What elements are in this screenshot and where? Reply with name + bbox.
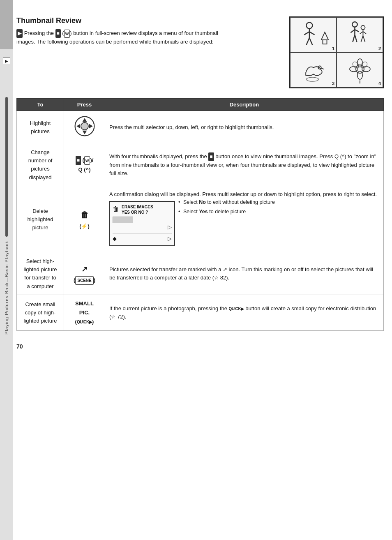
svg-marker-33 xyxy=(82,118,87,122)
svg-line-3 xyxy=(309,32,314,35)
thumb-cell-3: 3 xyxy=(290,53,337,88)
svg-point-25 xyxy=(357,71,362,79)
row2-press-icons: ■ (w)/ Q (^) xyxy=(68,156,101,174)
page-title: Thumbnail Review xyxy=(16,16,230,25)
dialog-trash-icon: 🗑 xyxy=(113,204,119,215)
table-row: Deletehighlightedpicture 🗑 (⚡) A confirm… xyxy=(17,186,384,253)
lightning-icon: (⚡) xyxy=(68,222,101,231)
row5-to: Create smallcopy of high-lighted picture xyxy=(17,295,64,330)
row3-desc: A confirmation dialog will be displayed.… xyxy=(105,186,384,253)
svg-point-32 xyxy=(81,122,88,130)
operations-table: To Press Description Highlight pictures xyxy=(16,98,384,331)
sidebar-book-icon: ▶ xyxy=(3,58,10,64)
svg-line-17 xyxy=(363,32,366,34)
dialog-nav-left: ◆ xyxy=(113,235,117,243)
header-description: ▶ Pressing the ■ (w) button in full-scre… xyxy=(16,29,230,46)
trash-icon: 🗑 xyxy=(68,208,101,222)
w-icon2: w xyxy=(84,156,90,165)
sidebar-label: Playing Pictures Back—Basic Playback xyxy=(4,241,9,335)
row2-to: Changenumber ofpicturesdisplayed xyxy=(17,144,64,186)
quick-icon: (QUICK▶) xyxy=(68,317,101,326)
header-text: Thumbnail Review ▶ Pressing the ■ (w) bu… xyxy=(16,16,230,46)
option-no: Select No to exit without deleting pictu… xyxy=(178,198,379,206)
svg-point-27 xyxy=(362,66,370,72)
row5-press: SMALLPIC. (QUICK▶) xyxy=(64,295,105,330)
row2-icon2: Q (^) xyxy=(68,165,101,174)
svg-marker-34 xyxy=(82,131,87,134)
sidebar: ▶ Playing Pictures Back—Basic Playback xyxy=(0,0,13,540)
row2-icon1: ■ (w)/ xyxy=(68,156,101,165)
svg-marker-6 xyxy=(321,32,328,40)
thumb-cell-4: 4 xyxy=(337,53,383,88)
play-back-icon: ▶ xyxy=(16,30,24,36)
svg-line-21 xyxy=(321,68,324,69)
ref-icon-82: ☆ xyxy=(214,275,219,281)
thumb-num-2: 2 xyxy=(378,46,381,51)
table-row: Changenumber ofpicturesdisplayed ■ (w)/ … xyxy=(17,144,384,186)
thumb-num-1: 1 xyxy=(332,46,334,51)
row1-desc: Press the multi selector up, down, left,… xyxy=(105,111,384,144)
svg-point-8 xyxy=(352,22,357,27)
svg-point-28 xyxy=(351,60,360,69)
thumb-cell-1: 1 xyxy=(290,17,337,53)
svg-line-2 xyxy=(304,32,309,35)
dialog-bottom-bar: ◆ ▷ xyxy=(113,233,172,243)
sq-icon: ■ xyxy=(208,152,214,161)
svg-line-13 xyxy=(355,35,357,42)
sidebar-top-bar xyxy=(0,0,13,49)
dialog-selector-row: ▷ xyxy=(113,217,172,231)
option-yes: Select Yes to delete picture xyxy=(178,208,379,216)
row1-press xyxy=(64,111,105,144)
menu-icon: ■ xyxy=(55,29,61,38)
multi-selector-icon xyxy=(74,115,96,137)
page-number: 70 xyxy=(16,343,384,350)
svg-line-19 xyxy=(363,36,365,42)
svg-point-24 xyxy=(357,59,362,67)
sidebar-accent xyxy=(5,97,8,237)
dialog-right-arrow: ▷ xyxy=(113,223,172,231)
svg-point-14 xyxy=(361,25,365,30)
row3-press: 🗑 (⚡) xyxy=(64,186,105,253)
svg-point-23 xyxy=(355,65,364,73)
row3-press-icons: 🗑 (⚡) xyxy=(68,208,101,231)
scene-icon: (SCENE) xyxy=(68,276,101,285)
thumb-num-4: 4 xyxy=(378,81,381,86)
svg-line-12 xyxy=(353,35,355,42)
svg-line-11 xyxy=(355,30,359,32)
row4-desc: Pictures selected for transfer are marke… xyxy=(105,253,384,295)
header-section: Thumbnail Review ▶ Pressing the ■ (w) bu… xyxy=(16,16,384,88)
dialog-nav-right: ▷ xyxy=(168,235,172,243)
col-header-to: To xyxy=(17,99,64,111)
svg-point-22 xyxy=(306,77,318,81)
svg-rect-7 xyxy=(323,40,327,44)
svg-line-10 xyxy=(350,30,355,33)
col-header-desc: Description xyxy=(105,99,384,111)
table-row: Create smallcopy of high-lighted picture… xyxy=(17,295,384,330)
play-icon: ▶ xyxy=(16,29,23,38)
square-icon: ■ xyxy=(76,156,81,165)
erase-dialog-header: 🗑 ERASE IMAGESYES OR NO ? xyxy=(113,204,172,215)
transfer-arrow-icon: ↗ xyxy=(68,263,101,276)
row1-to: Highlight pictures xyxy=(17,111,64,144)
row5-press-icons: SMALLPIC. (QUICK▶) xyxy=(68,299,101,326)
col-header-press: Press xyxy=(64,99,105,111)
row4-to: Select high-lighted picturefor transfer … xyxy=(17,253,64,295)
w-icon: w xyxy=(64,30,70,38)
thumb-cell-2: 2 xyxy=(337,17,383,53)
erase-label: ERASE IMAGESYES OR NO ? xyxy=(122,204,153,215)
small-pic-label: SMALLPIC. xyxy=(68,299,101,317)
thumb-num-3: 3 xyxy=(332,81,334,86)
table-row: Highlight pictures Press the multi selec… xyxy=(17,111,384,144)
row2-press: ■ (w)/ Q (^) xyxy=(64,144,105,186)
svg-line-4 xyxy=(306,38,309,45)
svg-line-18 xyxy=(361,36,363,42)
svg-marker-35 xyxy=(76,124,80,129)
svg-line-5 xyxy=(309,38,312,45)
delete-options: Select No to exit without deleting pictu… xyxy=(178,198,379,217)
svg-marker-36 xyxy=(89,124,92,129)
row4-press-icons: ↗ (SCENE) xyxy=(68,263,101,285)
ref-icon-72: ☆ xyxy=(111,314,115,320)
quickplay-icon: QUICK▶ xyxy=(229,307,244,311)
row3-top-text: A confirmation dialog will be displayed.… xyxy=(109,190,379,198)
erase-dialog: 🗑 ERASE IMAGESYES OR NO ? ▷ ◆ ▷ xyxy=(109,201,175,246)
